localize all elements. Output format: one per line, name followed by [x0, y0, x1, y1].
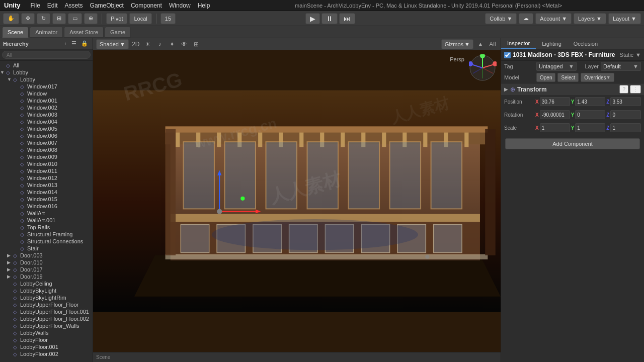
hierarchy-item-35[interactable]: ◇LobbyUpperFloor_Floor.001 [0, 308, 93, 315]
menu-window[interactable]: Window [169, 2, 191, 9]
shading-dropdown[interactable]: Shaded ▼ [96, 39, 129, 49]
hand-tool-btn[interactable]: ✋ [3, 13, 19, 24]
rect-tool-btn[interactable]: ▭ [68, 13, 82, 24]
hierarchy-item-24[interactable]: ◇Structural Framing [0, 231, 93, 238]
hierarchy-item-6[interactable]: ◇Window.002 [0, 104, 93, 111]
hierarchy-item-23[interactable]: ◇Top Rails [0, 224, 93, 231]
cloud-btn[interactable]: ☁ [519, 13, 533, 24]
hierarchy-item-25[interactable]: ◇Structural Connections [0, 238, 93, 245]
hierarchy-item-8[interactable]: ◇Window.004 [0, 118, 93, 125]
hierarchy-item-9[interactable]: ◇Window.005 [0, 125, 93, 132]
inspector-active-checkbox[interactable] [504, 52, 511, 58]
tree-item-arrow[interactable]: ▶ [7, 260, 13, 265]
hierarchy-search-input[interactable] [2, 51, 91, 59]
tree-item-arrow[interactable]: ▶ [7, 267, 13, 272]
hierarchy-item-3[interactable]: ◇Window.017 [0, 83, 93, 90]
hierarchy-item-21[interactable]: ◇WallArt [0, 210, 93, 217]
snap-btn[interactable]: 15 [160, 13, 176, 24]
play-btn[interactable]: ▶ [305, 13, 320, 24]
hierarchy-item-39[interactable]: ◇LoobyFloor [0, 336, 93, 343]
menu-file[interactable]: File [31, 2, 40, 9]
menu-gameobject[interactable]: GameObject [90, 2, 124, 9]
pivot-btn[interactable]: Pivot [106, 13, 127, 24]
pos-x-input[interactable]: 30.76 [540, 97, 570, 106]
account-btn[interactable]: Account ▼ [535, 13, 572, 24]
hierarchy-item-41[interactable]: ◇LoobyFloor.002 [0, 350, 93, 357]
scene-info-btn[interactable]: ▲ [475, 39, 486, 49]
hierarchy-item-33[interactable]: ◇LobbySkyLightRim [0, 294, 93, 301]
transform-tool-menu[interactable]: ⋮ [630, 85, 641, 94]
inspector-tab-inspector[interactable]: Inspector [501, 38, 536, 49]
hierarchy-item-18[interactable]: ◇Window.014 [0, 189, 93, 196]
scale-y-input[interactable]: 1 [575, 123, 605, 132]
inspector-tag-value[interactable]: Untagged ▼ [536, 62, 577, 71]
hierarchy-item-38[interactable]: ◇LobbyWalls [0, 329, 93, 336]
scale-x-input[interactable]: 1 [540, 123, 570, 132]
hierarchy-lock-btn[interactable]: 🔒 [79, 40, 90, 47]
inspector-layer-value[interactable]: Default ▼ [601, 62, 641, 71]
hierarchy-item-11[interactable]: ◇Window.007 [0, 139, 93, 146]
tab-scene[interactable]: Scene [2, 27, 29, 38]
hierarchy-item-40[interactable]: ◇LoobyFloor.001 [0, 343, 93, 350]
hierarchy-item-31[interactable]: ◇LobbyCeiling [0, 280, 93, 287]
scene-2d-btn[interactable]: 2D [131, 39, 141, 49]
local-btn[interactable]: Local [129, 13, 151, 24]
scene-visibility-btn[interactable]: 👁 [179, 39, 189, 49]
move-tool-btn[interactable]: ✥ [21, 13, 35, 24]
hierarchy-item-36[interactable]: ◇LobbyUpperFloor_Floor.002 [0, 315, 93, 322]
transform-tool-question[interactable]: ? [619, 85, 628, 94]
hierarchy-item-14[interactable]: ◇Window.010 [0, 160, 93, 167]
hierarchy-item-26[interactable]: ◇Stair [0, 245, 93, 252]
layout-btn[interactable]: Layout ▼ [608, 13, 641, 24]
rot-y-input[interactable]: 0 [575, 110, 605, 119]
hierarchy-item-1[interactable]: ▼◇Lobby [0, 69, 93, 76]
menu-assets[interactable]: Assets [65, 2, 83, 9]
tree-item-arrow[interactable]: ▶ [7, 253, 13, 258]
scene-all-btn[interactable]: All [488, 39, 498, 49]
hierarchy-item-20[interactable]: ◇Window.016 [0, 203, 93, 210]
hierarchy-item-17[interactable]: ◇Window.013 [0, 182, 93, 189]
scene-fx-btn[interactable]: ✦ [167, 39, 177, 49]
hierarchy-item-16[interactable]: ◇Window.012 [0, 174, 93, 182]
hierarchy-item-19[interactable]: ◇Window.015 [0, 196, 93, 203]
rot-x-input[interactable]: -90.00001 [540, 110, 570, 119]
menu-component[interactable]: Component [131, 2, 162, 9]
hierarchy-item-37[interactable]: ◇LobbyUpperFloor_Walls [0, 322, 93, 329]
inspector-transform-header[interactable]: ▶ ⊕ Transform ? ⋮ [501, 83, 644, 95]
transform-tool-btn[interactable]: ⊕ [84, 13, 98, 24]
inspector-tab-occlusion[interactable]: Occlusion [568, 38, 604, 49]
menu-help[interactable]: Help [198, 2, 210, 9]
step-btn[interactable]: ⏭ [339, 13, 355, 24]
pause-btn[interactable]: ⏸ [321, 13, 338, 24]
rotate-tool-btn[interactable]: ↻ [37, 13, 50, 24]
pos-y-input[interactable]: 1.43 [575, 97, 605, 106]
hierarchy-item-7[interactable]: ◇Window.003 [0, 111, 93, 118]
scene-light-btn[interactable]: ☀ [143, 39, 153, 49]
hierarchy-item-2[interactable]: ▼◇Lobby [0, 76, 93, 83]
scale-tool-btn[interactable]: ⊞ [52, 13, 66, 24]
hierarchy-item-22[interactable]: ◇WallArt.001 [0, 217, 93, 224]
hierarchy-item-29[interactable]: ▶◇Door.017 [0, 266, 93, 273]
hierarchy-add-btn[interactable]: + [62, 40, 68, 47]
tree-item-arrow[interactable]: ▼ [7, 77, 13, 82]
hierarchy-item-30[interactable]: ▶◇Door.019 [0, 273, 93, 280]
tab-asset-store[interactable]: Asset Store [64, 27, 104, 38]
hierarchy-item-12[interactable]: ◇Window.008 [0, 146, 93, 153]
layers-btn[interactable]: Layers ▼ [574, 13, 606, 24]
scene-audio-btn[interactable]: ♪ [155, 39, 165, 49]
tab-game[interactable]: Game [105, 27, 131, 38]
tree-item-arrow[interactable]: ▼ [0, 70, 6, 75]
scene-canvas[interactable]: X Y Z Persp [93, 50, 501, 352]
hierarchy-item-5[interactable]: ◇Window.001 [0, 97, 93, 104]
tab-animator[interactable]: Animator [30, 27, 63, 38]
hierarchy-item-0[interactable]: ◇All [0, 62, 93, 69]
inspector-static-dropdown[interactable]: ▼ [635, 52, 641, 58]
inspector-open-btn[interactable]: Open [536, 73, 555, 82]
viewport-gizmo[interactable]: X Y Z [469, 54, 497, 82]
inspector-tab-lighting[interactable]: Lighting [536, 38, 568, 49]
hierarchy-item-4[interactable]: ◇Window [0, 90, 93, 97]
inspector-select-btn[interactable]: Select [557, 73, 579, 82]
scene-grid-btn[interactable]: ⊞ [191, 39, 201, 49]
hierarchy-item-34[interactable]: ◇LobbyUpperFloor_Floor [0, 301, 93, 308]
menu-edit[interactable]: Edit [47, 2, 58, 9]
